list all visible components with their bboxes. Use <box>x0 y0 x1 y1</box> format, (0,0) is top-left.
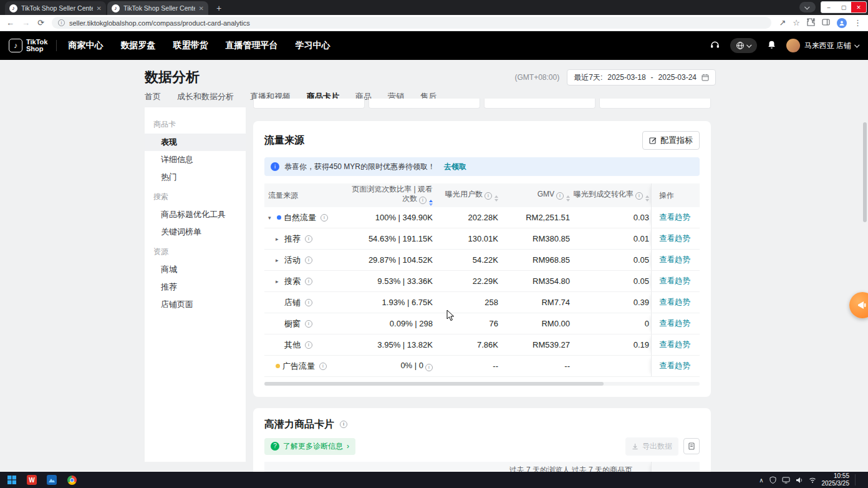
url-bar[interactable]: seller.tiktokglobalshop.com/compass/prod… <box>52 17 772 29</box>
info-icon[interactable] <box>305 235 312 243</box>
sidebar-item-performance[interactable]: 表现 <box>145 134 246 151</box>
nav-item-seller-center[interactable]: 商家中心 <box>68 40 103 51</box>
cell-gmv: RM0.00 <box>498 319 570 328</box>
info-icon[interactable] <box>340 421 347 428</box>
view-trend-link[interactable]: 查看趋势 <box>659 339 690 350</box>
new-tab-button[interactable]: + <box>213 2 224 14</box>
sidebar-item-recommend[interactable]: 推荐 <box>145 278 246 296</box>
view-trend-link[interactable]: 查看趋势 <box>659 318 690 329</box>
view-trend-link[interactable]: 查看趋势 <box>659 212 690 223</box>
diagnosis-info-link[interactable]: 了解更多诊断信息 › <box>264 438 355 455</box>
tray-network-icon[interactable] <box>809 477 816 484</box>
view-trend-link[interactable]: 查看趋势 <box>659 255 690 265</box>
table-row-activity: ▸ 活动 29.87% | 104.52K 54.22K RM968.85 0.… <box>264 250 700 271</box>
configure-metrics-button[interactable]: 配置指标 <box>642 131 700 150</box>
account-menu[interactable]: 马来西亚 店铺 <box>786 39 859 52</box>
info-icon[interactable] <box>305 256 312 264</box>
side-panel-icon[interactable] <box>822 18 830 27</box>
info-icon[interactable] <box>556 192 564 200</box>
promo-float-widget[interactable] <box>849 292 868 318</box>
extensions-puzzle-icon[interactable] <box>807 18 815 27</box>
cell-ratio: 3.95% | 13.82K <box>352 340 433 349</box>
info-icon[interactable] <box>321 214 328 222</box>
info-icon[interactable] <box>305 299 312 306</box>
tab-growth-analytics[interactable]: 成长和数据分析 <box>177 91 234 106</box>
sidebar-item-shop-page[interactable]: 店铺页面 <box>145 296 246 313</box>
collapse-chevron-icon[interactable]: ▾ <box>268 215 274 221</box>
window-maximize-button[interactable]: ▢ <box>836 2 851 12</box>
tiktok-shop-logo[interactable]: ♪ TikTok Shop <box>9 39 47 52</box>
back-icon[interactable]: ← <box>6 19 14 27</box>
bookmark-star-icon[interactable]: ☆ <box>793 19 800 27</box>
tray-display-icon[interactable] <box>782 477 790 484</box>
info-icon[interactable] <box>485 192 492 200</box>
cell-cvr: 0.01 <box>570 234 651 243</box>
sidebar-item-mall[interactable]: 商城 <box>145 261 246 278</box>
export-data-button[interactable]: 导出数据 <box>625 437 678 456</box>
sidebar-item-details[interactable]: 详细信息 <box>145 151 246 168</box>
date-range-picker[interactable]: 最近7天: 2025-03-18 - 2025-03-24 <box>567 69 716 85</box>
window-minimize-button[interactable]: – <box>821 2 836 12</box>
share-icon[interactable]: ↗ <box>779 19 786 27</box>
browser-tab-1[interactable]: ♪ TikTok Shop Seller Center | Cr ✕ <box>5 1 106 15</box>
col-7d-page-visits: 过去 7 天的商品页面访问量 <box>570 466 632 472</box>
browser-menu-icon[interactable]: ⋮ <box>854 19 862 27</box>
tray-expand-caret-icon[interactable]: ∧ <box>759 477 763 484</box>
vertical-scrollbar-thumb[interactable] <box>863 122 867 222</box>
sidebar-item-title-optimizer[interactable]: 商品标题优化工具 <box>145 206 246 223</box>
sort-control[interactable] <box>645 195 649 202</box>
view-trend-link[interactable]: 查看趋势 <box>659 361 690 371</box>
tray-volume-icon[interactable] <box>796 477 803 484</box>
headset-support-icon[interactable] <box>710 39 720 52</box>
sidebar-item-keyword-ranking[interactable]: 关键词榜单 <box>145 223 246 241</box>
horizontal-scrollbar[interactable] <box>264 382 700 386</box>
info-icon[interactable] <box>419 197 427 204</box>
nav-item-affiliate[interactable]: 联盟带货 <box>173 40 208 51</box>
info-icon[interactable] <box>635 192 643 200</box>
claim-coupon-link[interactable]: 去领取 <box>444 162 466 172</box>
tray-shield-icon[interactable] <box>769 476 776 484</box>
show-desktop-button[interactable] <box>861 472 864 488</box>
browser-profile-avatar[interactable] <box>837 18 847 28</box>
tab-close-icon[interactable]: ✕ <box>97 5 102 12</box>
organic-dot-icon <box>277 215 281 220</box>
view-trend-link[interactable]: 查看趋势 <box>659 276 690 286</box>
scrollbar-thumb[interactable] <box>264 382 604 386</box>
forward-icon[interactable]: → <box>22 19 30 27</box>
tiktok-favicon: ♪ <box>112 4 120 12</box>
window-controls: – ▢ ✕ <box>821 1 867 13</box>
view-trend-link[interactable]: 查看趋势 <box>659 233 690 244</box>
taskbar-clock[interactable]: 10:55 2025/3/25 <box>822 472 850 487</box>
expand-chevron-icon[interactable]: ▸ <box>276 257 282 263</box>
expand-chevron-icon[interactable]: ▸ <box>276 236 282 242</box>
info-icon[interactable] <box>425 364 433 371</box>
nav-item-academy[interactable]: 学习中心 <box>295 40 330 51</box>
info-icon[interactable] <box>319 363 327 370</box>
browser-tab-2[interactable]: ♪ TikTok Shop Seller Center | Cr ✕ <box>107 1 208 15</box>
analytics-sidebar: 商品卡 表现 详细信息 热门 搜索 商品标题优化工具 关键词榜单 资源 商城 推… <box>145 107 246 462</box>
expand-chevron-icon[interactable]: ▸ <box>276 278 282 285</box>
cell-cvr: 0.05 <box>570 276 651 286</box>
language-selector[interactable] <box>730 38 757 53</box>
info-icon[interactable] <box>305 341 312 349</box>
tab-home[interactable]: 首页 <box>145 91 161 106</box>
sidebar-item-trending[interactable]: 热门 <box>145 168 246 186</box>
refresh-icon[interactable]: ⟳ <box>37 19 44 27</box>
taskbar-app-w[interactable]: W <box>22 472 41 488</box>
tab-search-chevron[interactable] <box>799 2 816 12</box>
report-list-icon-button[interactable] <box>683 438 700 454</box>
taskbar-chrome[interactable] <box>62 472 81 488</box>
account-name: 马来西亚 店铺 <box>804 41 851 51</box>
nav-item-data-compass[interactable]: 数据罗盘 <box>120 40 155 51</box>
notifications-bell-icon[interactable] <box>767 40 776 52</box>
info-icon[interactable] <box>305 278 312 285</box>
start-button[interactable] <box>2 472 21 488</box>
info-icon[interactable] <box>305 320 312 328</box>
window-close-button[interactable]: ✕ <box>851 2 866 12</box>
site-info-icon[interactable] <box>58 19 65 26</box>
nav-item-live-management[interactable]: 直播管理平台 <box>225 40 277 51</box>
view-trend-link[interactable]: 查看趋势 <box>659 297 690 308</box>
tab-close-icon[interactable]: ✕ <box>199 5 204 12</box>
metric-card-partial <box>599 99 711 109</box>
taskbar-app-photos[interactable] <box>42 472 61 488</box>
